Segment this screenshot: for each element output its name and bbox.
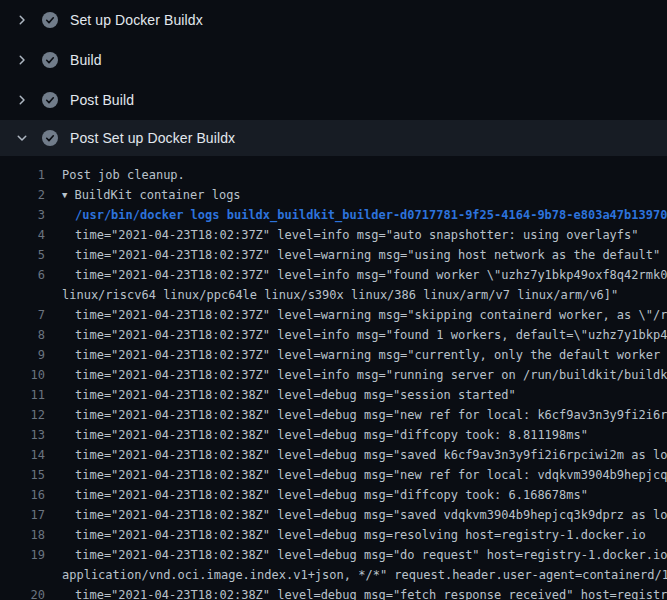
log-line: 20time="2021-04-23T18:02:38Z" level=debu…: [0, 585, 667, 600]
log-line-text: time="2021-04-23T18:02:38Z" level=debug …: [45, 465, 667, 485]
chevron-right-icon[interactable]: [15, 53, 29, 67]
log-command-text[interactable]: /usr/bin/docker logs buildx_buildkit_bui…: [45, 205, 667, 225]
log-line-text: time="2021-04-23T18:02:38Z" level=debug …: [45, 505, 667, 525]
log-line-text: time="2021-04-23T18:02:38Z" level=debug …: [45, 485, 588, 505]
log-line: 18time="2021-04-23T18:02:38Z" level=debu…: [0, 525, 667, 545]
log-line-text: time="2021-04-23T18:02:38Z" level=debug …: [45, 525, 646, 545]
log-line-text: time="2021-04-23T18:02:38Z" level=debug …: [45, 445, 667, 465]
log-line: 19time="2021-04-23T18:02:38Z" level=debu…: [0, 545, 667, 565]
log-line: 1Post job cleanup.: [0, 165, 667, 185]
log-line-number[interactable]: 17: [0, 505, 45, 525]
check-circle-icon: [42, 92, 58, 108]
log-line-number[interactable]: 1: [0, 165, 45, 185]
log-line-number[interactable]: 16: [0, 485, 45, 505]
log-line-number[interactable]: 6: [0, 265, 45, 285]
chevron-right-icon[interactable]: [15, 93, 29, 107]
log-line-text: time="2021-04-23T18:02:38Z" level=debug …: [45, 545, 667, 565]
log-line-number[interactable]: 13: [0, 425, 45, 445]
check-circle-icon: [42, 130, 58, 146]
log-line: 7time="2021-04-23T18:02:37Z" level=warni…: [0, 305, 667, 325]
log-line-number[interactable]: 9: [0, 345, 45, 365]
log-line: linux/riscv64 linux/ppc64le linux/s390x …: [0, 285, 667, 305]
check-circle-icon: [42, 12, 58, 28]
log-line-text: Post job cleanup.: [45, 165, 185, 185]
log-line: 14time="2021-04-23T18:02:38Z" level=debu…: [0, 445, 667, 465]
chevron-right-icon[interactable]: [15, 13, 29, 27]
log-line: 3/usr/bin/docker logs buildx_buildkit_bu…: [0, 205, 667, 225]
log-line: application/vnd.oci.image.index.v1+json,…: [0, 565, 667, 585]
log-line: 16time="2021-04-23T18:02:38Z" level=debu…: [0, 485, 667, 505]
check-circle-icon: [42, 52, 58, 68]
log-line-number[interactable]: 8: [0, 325, 45, 345]
log-line-text: time="2021-04-23T18:02:37Z" level=info m…: [45, 365, 667, 385]
step-row-set-up-docker-buildx[interactable]: Set up Docker Buildx: [0, 0, 667, 40]
log-line-text: ▼BuildKit container logs: [45, 185, 241, 205]
log-line-number: [0, 285, 45, 305]
log-line-text: time="2021-04-23T18:02:37Z" level=warnin…: [45, 345, 667, 365]
group-toggle-icon[interactable]: ▼: [62, 185, 67, 205]
log-line-text: time="2021-04-23T18:02:38Z" level=debug …: [45, 425, 588, 445]
log-line-number[interactable]: 20: [0, 585, 45, 600]
log-line: 10time="2021-04-23T18:02:37Z" level=info…: [0, 365, 667, 385]
log-line-number[interactable]: 15: [0, 465, 45, 485]
log-line-text: time="2021-04-23T18:02:37Z" level=warnin…: [45, 245, 660, 265]
log-line-number[interactable]: 4: [0, 225, 45, 245]
step-label: Build: [70, 52, 102, 68]
log-line: 15time="2021-04-23T18:02:38Z" level=debu…: [0, 465, 667, 485]
log-line: 12time="2021-04-23T18:02:38Z" level=debu…: [0, 405, 667, 425]
log-viewer: 1Post job cleanup.2▼BuildKit container l…: [0, 156, 667, 600]
log-line-number[interactable]: 7: [0, 305, 45, 325]
log-line-number[interactable]: 3: [0, 205, 45, 225]
log-line: 13time="2021-04-23T18:02:38Z" level=debu…: [0, 425, 667, 445]
log-line: 17time="2021-04-23T18:02:38Z" level=debu…: [0, 505, 667, 525]
log-line: 4time="2021-04-23T18:02:37Z" level=info …: [0, 225, 667, 245]
log-line-text: application/vnd.oci.image.index.v1+json,…: [45, 565, 667, 585]
log-line-number[interactable]: 11: [0, 385, 45, 405]
group-title[interactable]: BuildKit container logs: [74, 188, 240, 202]
log-line-number[interactable]: 2: [0, 185, 45, 205]
log-line-text: time="2021-04-23T18:02:37Z" level=info m…: [45, 265, 667, 285]
log-line-number[interactable]: 12: [0, 405, 45, 425]
log-line-number[interactable]: 5: [0, 245, 45, 265]
log-line-text: time="2021-04-23T18:02:37Z" level=info m…: [45, 325, 667, 345]
step-row-post-build[interactable]: Post Build: [0, 80, 667, 120]
step-label: Set up Docker Buildx: [70, 12, 203, 28]
log-line: 6time="2021-04-23T18:02:37Z" level=info …: [0, 265, 667, 285]
log-line: 5time="2021-04-23T18:02:37Z" level=warni…: [0, 245, 667, 265]
step-label: Post Set up Docker Buildx: [70, 130, 235, 146]
log-line-number: [0, 565, 45, 585]
step-row-post-set-up-docker-buildx[interactable]: Post Set up Docker Buildx: [0, 120, 667, 156]
steps-list: Set up Docker BuildxBuildPost BuildPost …: [0, 0, 667, 156]
log-line: 9time="2021-04-23T18:02:37Z" level=warni…: [0, 345, 667, 365]
log-line-text: time="2021-04-23T18:02:37Z" level=info m…: [45, 225, 639, 245]
log-line-number[interactable]: 19: [0, 545, 45, 565]
log-line-text: time="2021-04-23T18:02:38Z" level=debug …: [45, 405, 667, 425]
step-row-build[interactable]: Build: [0, 40, 667, 80]
log-line-text: time="2021-04-23T18:02:38Z" level=debug …: [45, 585, 667, 600]
log-line: 8time="2021-04-23T18:02:37Z" level=info …: [0, 325, 667, 345]
step-label: Post Build: [70, 92, 134, 108]
log-line: 2▼BuildKit container logs: [0, 185, 667, 205]
log-line-number[interactable]: 18: [0, 525, 45, 545]
log-line-number[interactable]: 10: [0, 365, 45, 385]
log-line-text: linux/riscv64 linux/ppc64le linux/s390x …: [45, 285, 618, 305]
log-line-number[interactable]: 14: [0, 445, 45, 465]
chevron-down-icon[interactable]: [15, 131, 29, 145]
log-line-text: time="2021-04-23T18:02:38Z" level=debug …: [45, 385, 516, 405]
log-line: 11time="2021-04-23T18:02:38Z" level=debu…: [0, 385, 667, 405]
log-line-text: time="2021-04-23T18:02:37Z" level=warnin…: [45, 305, 667, 325]
